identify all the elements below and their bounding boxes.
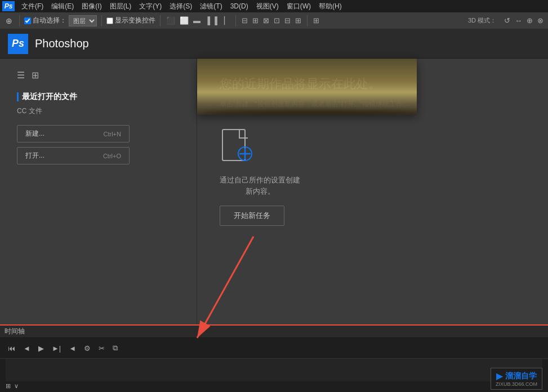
- list-view-icon[interactable]: ☰: [17, 70, 25, 81]
- timeline-cut[interactable]: ✂: [96, 343, 107, 354]
- ps-logo-menubar: Ps: [2, 1, 15, 11]
- timeline-title-bar: 时间轴: [0, 326, 548, 338]
- toolbar-sep-4: [235, 15, 236, 26]
- timeline-footer-chevron[interactable]: ∨: [14, 382, 19, 390]
- timeline-settings[interactable]: ⚙: [82, 343, 93, 354]
- distribute-2-icon[interactable]: ⊞: [251, 15, 260, 26]
- timeline-controls: ⏮ ◄ ▶ ►| ◄ ⚙ ✂ ⧉: [0, 338, 548, 359]
- align-hcenter-icon[interactable]: ▌: [213, 15, 221, 26]
- timeline-reverse[interactable]: ◄: [66, 343, 78, 354]
- menu-text[interactable]: 文字(Y): [136, 1, 165, 12]
- distribute-5-icon[interactable]: ⊟: [283, 15, 292, 26]
- start-new-task-button[interactable]: 开始新任务: [220, 206, 284, 226]
- auto-select-checkbox-group: 自动选择：: [24, 16, 66, 25]
- menu-select[interactable]: 选择(S): [166, 1, 195, 12]
- new-button-label: 新建...: [25, 129, 44, 139]
- distribute-1-icon[interactable]: ⊟: [240, 15, 249, 26]
- show-transform-group: 显示变换控件: [106, 16, 155, 25]
- align-top-icon[interactable]: ⬛: [165, 15, 176, 26]
- toolbar-sep-3: [160, 15, 161, 26]
- auto-select-checkbox[interactable]: [24, 17, 31, 24]
- timeline-play[interactable]: ▶: [36, 343, 46, 354]
- show-transform-checkbox[interactable]: [106, 17, 113, 24]
- 3d-mode-label: 3D 模式：: [468, 16, 501, 25]
- new-shortcut: Ctrl+N: [104, 131, 121, 137]
- timeline-footer-grid-icon[interactable]: ⊞: [6, 382, 11, 390]
- app-title: Photoshop: [35, 37, 89, 50]
- svg-rect-0: [222, 130, 245, 161]
- open-shortcut: Ctrl+O: [103, 153, 121, 159]
- left-panel: ☰ ⊞ 最近打开的文件 CC 文件 新建... Ctrl+N 打开... Ctr…: [0, 59, 197, 324]
- cc-files-label: CC 文件: [17, 106, 180, 116]
- menu-bar: Ps 文件(F) 编辑(E) 图像(I) 图层(L) 文字(Y) 选择(S) 滤…: [0, 0, 548, 12]
- menu-image[interactable]: 图像(I): [78, 1, 105, 12]
- watermark-play-icon: ▶: [496, 371, 503, 381]
- new-content-desc: 通过自己所作的设置创建 新内容。: [220, 175, 300, 197]
- toolbar-sep-2: [101, 15, 102, 26]
- auto-select-label: 自动选择：: [33, 16, 66, 25]
- canvas-preview: [197, 59, 417, 115]
- timeline-duplicate[interactable]: ⧉: [110, 342, 120, 354]
- watermark-brand-text: 溜溜自学: [505, 371, 537, 381]
- menu-window[interactable]: 窗口(W): [283, 1, 314, 12]
- watermark: ▶ 溜溜自学 ZIXUB.3D66.COM: [491, 368, 542, 390]
- 3d-pan-icon[interactable]: ↔: [514, 15, 523, 26]
- align-right-icon[interactable]: ▏: [223, 15, 231, 26]
- timeline-first-frame[interactable]: ⏮: [6, 343, 17, 354]
- distribute-4-icon[interactable]: ⊡: [273, 15, 281, 26]
- menu-3d[interactable]: 3D(D): [227, 1, 252, 11]
- distribute-6-icon[interactable]: ⊞: [294, 15, 302, 26]
- align-bottom-icon[interactable]: ▬: [192, 15, 202, 26]
- watermark-brand-row: ▶ 溜溜自学: [496, 371, 537, 381]
- timeline-panel: 时间轴 ⏮ ◄ ▶ ►| ◄ ⚙ ✂ ⧉ ⊞ ∨: [0, 324, 548, 392]
- 3d-rotate-icon[interactable]: ↺: [503, 15, 511, 26]
- recent-files-title: 最近打开的文件: [17, 92, 180, 102]
- align-left-icon[interactable]: ▐: [204, 15, 211, 26]
- open-button-label: 打开...: [25, 151, 44, 161]
- 3d-zoom-icon[interactable]: ⊕: [525, 15, 534, 26]
- distribute-3-icon[interactable]: ⊠: [262, 15, 270, 26]
- file-plus-icon: [220, 127, 253, 166]
- align-vcenter-icon[interactable]: ⬜: [179, 15, 190, 26]
- menu-filter[interactable]: 滤镜(T): [197, 1, 225, 12]
- move-tool-icon[interactable]: ⊕: [3, 15, 15, 26]
- menu-help[interactable]: 帮助(H): [315, 1, 345, 12]
- show-transform-label: 显示变换控件: [115, 16, 155, 25]
- 3d-orbit-icon[interactable]: ⊗: [536, 15, 545, 26]
- menu-view[interactable]: 视图(V): [253, 1, 282, 12]
- panel-header-icons: ☰ ⊞: [17, 70, 180, 81]
- timeline-track: [6, 359, 542, 381]
- menu-edit[interactable]: 编辑(E): [48, 1, 77, 12]
- toolbar: ⊕ 自动选择： 图层 组 显示变换控件 ⬛ ⬜ ▬ ▐ ▌ ▏ ⊟ ⊞ ⊠ ⊡ …: [0, 12, 548, 29]
- timeline-next-frame[interactable]: ►|: [50, 343, 63, 354]
- timeline-prev-frame[interactable]: ◄: [21, 343, 33, 354]
- new-button[interactable]: 新建... Ctrl+N: [17, 125, 130, 142]
- grid-icon[interactable]: ⊞: [312, 15, 320, 26]
- toolbar-sep-1: [19, 15, 20, 26]
- watermark-url: ZIXUB.3D66.COM: [496, 381, 537, 387]
- timeline-footer: ⊞ ∨: [0, 381, 548, 391]
- grid-view-icon[interactable]: ⊞: [32, 70, 39, 81]
- toolbar-sep-5: [307, 15, 308, 26]
- new-content-icon: [220, 127, 253, 168]
- open-button[interactable]: 打开... Ctrl+O: [17, 147, 130, 164]
- auto-select-dropdown[interactable]: 图层 组: [69, 15, 97, 26]
- timeline-title: 时间轴: [5, 327, 25, 336]
- header-bar: Ps Photoshop: [0, 29, 548, 59]
- menu-file[interactable]: 文件(F): [18, 1, 47, 12]
- ps-logo-header: Ps: [8, 34, 28, 54]
- menu-layer[interactable]: 图层(L): [106, 1, 135, 12]
